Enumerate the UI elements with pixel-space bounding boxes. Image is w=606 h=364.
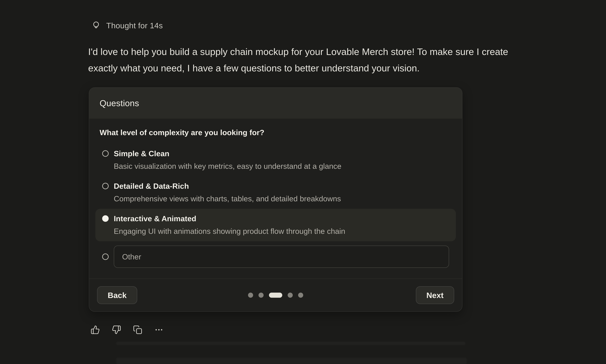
- faint-streaming-text: [116, 341, 466, 345]
- pagination-dot: [288, 293, 293, 298]
- question-title: What level of complexity are you looking…: [100, 127, 456, 138]
- pagination-dot: [298, 293, 303, 298]
- thumbs-down-button[interactable]: [112, 325, 121, 335]
- option-simple-clean[interactable]: Simple & Clean Basic visualization with …: [95, 144, 456, 176]
- option-interactive-animated[interactable]: Interactive & Animated Engaging UI with …: [95, 209, 456, 241]
- radio-unselected-icon[interactable]: [102, 183, 109, 189]
- pagination-dot-active: [269, 293, 282, 298]
- message-line-2: exactly what you need, I have a few ques…: [88, 60, 508, 76]
- questions-card: Questions What level of complexity are y…: [89, 87, 462, 312]
- option-description: Basic visualization with key metrics, ea…: [114, 160, 341, 173]
- ellipsis-icon: [154, 325, 163, 335]
- radio-unselected-icon[interactable]: [102, 253, 109, 260]
- assistant-message: I'd love to help you build a supply chai…: [88, 44, 508, 76]
- faint-streaming-text: [116, 358, 467, 364]
- option-description: Engaging UI with animations showing prod…: [114, 225, 345, 238]
- thumbs-up-button[interactable]: [91, 325, 100, 335]
- option-label: Simple & Clean: [114, 147, 341, 160]
- pagination-dot: [248, 293, 253, 298]
- other-input[interactable]: [114, 246, 449, 268]
- pagination-dots: [248, 293, 303, 298]
- message-line-1: I'd love to help you build a supply chai…: [88, 44, 508, 60]
- thumbs-down-icon: [112, 325, 121, 335]
- thumbs-up-icon: [91, 325, 100, 335]
- more-options-button[interactable]: [154, 325, 163, 335]
- option-label: Detailed & Data-Rich: [114, 180, 341, 192]
- radio-selected-icon[interactable]: [102, 215, 109, 222]
- next-button[interactable]: Next: [416, 286, 454, 304]
- option-label: Interactive & Animated: [114, 212, 345, 225]
- option-detailed-data-rich[interactable]: Detailed & Data-Rich Comprehensive views…: [95, 176, 456, 209]
- questions-card-header: Questions: [89, 88, 462, 119]
- card-title: Questions: [100, 98, 139, 108]
- back-button[interactable]: Back: [97, 286, 137, 304]
- thought-summary-toggle[interactable]: Thought for 14s: [91, 21, 163, 30]
- option-description: Comprehensive views with charts, tables,…: [114, 192, 341, 205]
- lightbulb-icon: [91, 21, 101, 30]
- questions-card-footer: Back Next: [89, 279, 462, 312]
- pagination-dot: [258, 293, 264, 298]
- radio-unselected-icon[interactable]: [102, 150, 109, 157]
- copy-button[interactable]: [133, 325, 142, 335]
- thought-label: Thought for 14s: [106, 21, 163, 30]
- option-other[interactable]: [95, 241, 456, 268]
- questions-card-body: What level of complexity are you looking…: [89, 119, 462, 279]
- chat-message-area: Thought for 14s I'd love to help you bui…: [0, 0, 606, 364]
- message-actions: [91, 325, 163, 335]
- copy-icon: [133, 325, 142, 335]
